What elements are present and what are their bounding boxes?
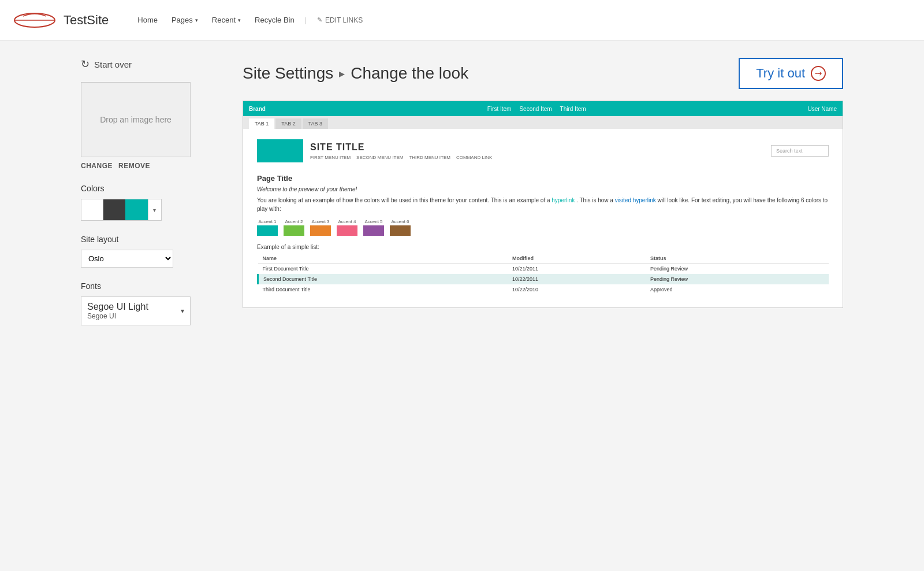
back-arrow-icon: ↻ (81, 58, 90, 71)
preview-hyperlink: hyperlink (552, 197, 575, 203)
preview-nav-item-2: Second Item (519, 106, 552, 112)
preview-accent-6: Accent 6 (390, 219, 411, 236)
cell-name-3: Third Document Title (258, 284, 508, 295)
preview-area: Brand First Item Second Item Third Item … (243, 101, 843, 308)
preview-username: User Name (807, 106, 837, 112)
col-header-modified: Modified (508, 254, 646, 264)
preview-menu: FIRST MENU ITEM SECOND MENU ITEM THIRD M… (310, 155, 771, 160)
cell-name-1: First Document Title (258, 264, 508, 275)
site-name: TestSite (64, 13, 109, 28)
preview-body: SITE TITLE FIRST MENU ITEM SECOND MENU I… (243, 129, 843, 307)
cell-modified-2: 10/22/2011 (508, 274, 646, 284)
preview-tab-3[interactable]: TAB 3 (303, 118, 328, 129)
nav-recent[interactable]: Recent ▾ (206, 11, 247, 29)
preview-list-label: Example of a simple list: (257, 244, 829, 250)
nav-separator: | (305, 16, 307, 24)
preview-visited-hyperlink: visited hyperlink (615, 197, 656, 203)
preview-accent-5: Accent 5 (363, 219, 384, 236)
change-image-button[interactable]: CHANGE (81, 162, 113, 170)
preview-accent-3: Accent 3 (310, 219, 331, 236)
preview-tab-2[interactable]: TAB 2 (275, 118, 301, 129)
preview-accent-2: Accent 2 (284, 219, 304, 236)
logo-area: TestSite (12, 6, 109, 35)
accent-swatch-1 (257, 225, 278, 236)
preview-nav-item-1: First Item (487, 106, 512, 112)
nav-recycle-bin[interactable]: Recycle Bin (249, 11, 300, 29)
preview-table: Name Modified Status First Document Titl… (257, 254, 829, 295)
preview-accent-4: Accent 4 (337, 219, 357, 236)
col-header-name: Name (258, 254, 508, 264)
preview-menu-item-1: FIRST MENU ITEM (310, 155, 351, 160)
try-it-out-button[interactable]: Try it out ⤑ (739, 58, 843, 89)
preview-brand: Brand (249, 106, 266, 112)
preview-accent-1: Accent 1 (257, 219, 278, 236)
color-swatch-1 (81, 199, 103, 220)
cursor-icon: ⤑ (811, 66, 826, 81)
main-content: ↻ Start over Drop an image here CHANGE R… (58, 40, 866, 343)
fonts-label: Fonts (81, 281, 219, 291)
col-header-status: Status (646, 254, 829, 264)
breadcrumb-separator-icon: ▸ (339, 66, 345, 80)
fonts-text: Segoe UI Light Segoe UI (87, 302, 148, 320)
page-title: Change the look (351, 64, 468, 83)
cell-status-3: Approved (646, 284, 829, 295)
start-over-button[interactable]: ↻ Start over (81, 58, 132, 71)
colors-label: Colors (81, 184, 219, 193)
preview-site-title-area: SITE TITLE FIRST MENU ITEM SECOND MENU I… (303, 142, 771, 160)
preview-body-text: You are looking at an example of how the… (257, 196, 829, 213)
site-logo (12, 6, 58, 35)
image-drop-zone[interactable]: Drop an image here (81, 82, 191, 157)
preview-site-header: SITE TITLE FIRST MENU ITEM SECOND MENU I… (257, 139, 829, 162)
breadcrumb-parent: Site Settings (243, 64, 333, 83)
preview-site-title: SITE TITLE (310, 142, 771, 153)
preview-menu-item-2: SECOND MENU ITEM (356, 155, 403, 160)
nav-home[interactable]: Home (132, 11, 163, 29)
accent-swatch-4 (337, 225, 357, 236)
fonts-dropdown-button[interactable]: ▾ (181, 307, 184, 315)
chevron-down-icon: ▾ (195, 17, 198, 23)
accent-swatch-5 (363, 225, 384, 236)
site-layout-label: Site layout (81, 235, 219, 244)
table-row-highlighted: Second Document Title 10/22/2011 Pending… (258, 274, 829, 284)
cell-status-2: Pending Review (646, 274, 829, 284)
remove-image-button[interactable]: REMOVE (118, 162, 150, 170)
table-row: First Document Title 10/21/2011 Pending … (258, 264, 829, 275)
page-heading: Site Settings ▸ Change the look Try it o… (243, 58, 843, 89)
preview-page-title: Page Title (257, 174, 829, 183)
accent-swatch-6 (390, 225, 411, 236)
preview-nav-item-3: Third Item (560, 106, 586, 112)
cell-status-1: Pending Review (646, 264, 829, 275)
color-swatch-2 (103, 199, 125, 220)
color-swatch-3 (125, 199, 147, 220)
top-nav-links: Home Pages ▾ Recent ▾ Recycle Bin | ✎ ED… (132, 11, 368, 29)
preview-nav-items: First Item Second Item Third Item (487, 106, 586, 112)
preview-tab-1[interactable]: TAB 1 (249, 118, 274, 129)
pencil-icon: ✎ (317, 16, 322, 24)
left-panel: ↻ Start over Drop an image here CHANGE R… (81, 58, 219, 325)
site-layout-select[interactable]: Oslo Seattle Bicyclette (81, 250, 173, 268)
cell-modified-3: 10/22/2010 (508, 284, 646, 295)
breadcrumb-title: Site Settings ▸ Change the look (243, 64, 468, 83)
colors-selector[interactable]: ▾ (81, 199, 162, 221)
preview-table-header: Name Modified Status (258, 254, 829, 264)
preview-menu-item-4: COMMAND LINK (456, 155, 492, 160)
chevron-down-icon: ▾ (238, 17, 241, 23)
edit-links-button[interactable]: ✎ EDIT LINKS (311, 13, 368, 28)
fonts-selector[interactable]: Segoe UI Light Segoe UI ▾ (81, 296, 191, 325)
right-panel: Site Settings ▸ Change the look Try it o… (243, 58, 843, 325)
preview-menu-item-3: THIRD MENU ITEM (409, 155, 450, 160)
cell-modified-1: 10/21/2011 (508, 264, 646, 275)
nav-pages[interactable]: Pages ▾ (166, 11, 204, 29)
preview-topbar: Brand First Item Second Item Third Item … (243, 101, 843, 116)
preview-tabs: TAB 1 TAB 2 TAB 3 (243, 116, 843, 129)
preview-site-logo (257, 139, 303, 162)
accent-swatch-2 (284, 225, 304, 236)
top-navigation: TestSite Home Pages ▾ Recent ▾ Recycle B… (0, 0, 924, 40)
table-row: Third Document Title 10/22/2010 Approved (258, 284, 829, 295)
preview-content: Page Title Welcome to the preview of you… (257, 172, 829, 297)
accent-swatch-3 (310, 225, 331, 236)
preview-welcome-text: Welcome to the preview of your theme! (257, 186, 829, 192)
colors-dropdown-button[interactable]: ▾ (148, 199, 161, 220)
preview-search-box: Search text (771, 145, 829, 157)
preview-accents: Accent 1 Accent 2 Accent 3 Accent 4 (257, 219, 829, 236)
